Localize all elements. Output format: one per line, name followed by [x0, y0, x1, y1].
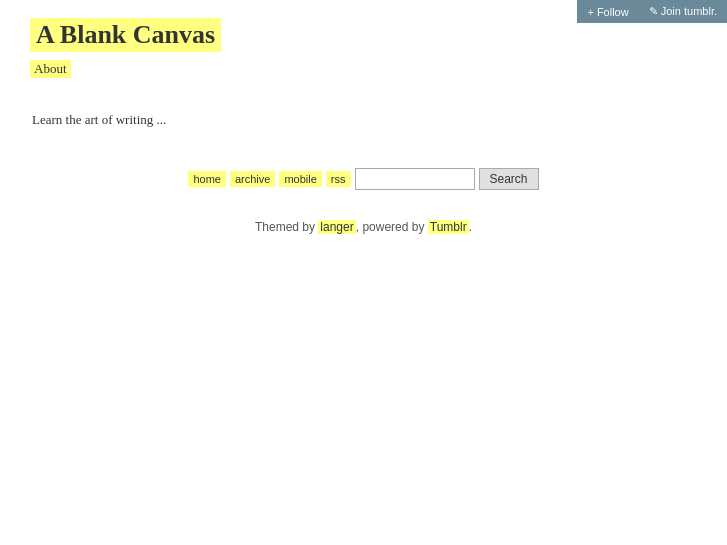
nav-archive[interactable]: archive	[230, 171, 275, 187]
about-link[interactable]: About	[30, 60, 71, 78]
search-input[interactable]	[355, 168, 475, 190]
site-title: A Blank Canvas	[30, 18, 697, 60]
footer-suffix: .	[469, 220, 472, 234]
nav-rss[interactable]: rss	[326, 171, 351, 187]
main-content: A Blank Canvas About Learn the art of wr…	[0, 0, 727, 254]
footer-theme-author[interactable]: langer	[318, 220, 355, 234]
top-bar: + Follow ✎ Join tumblr.	[577, 0, 727, 23]
nav-mobile[interactable]: mobile	[279, 171, 321, 187]
site-title-text: A Blank Canvas	[30, 18, 221, 52]
tagline: Learn the art of writing ...	[30, 112, 697, 128]
footer-platform[interactable]: Tumblr	[428, 220, 469, 234]
follow-button[interactable]: + Follow	[577, 0, 638, 23]
search-button[interactable]: Search	[479, 168, 539, 190]
footer: Themed by langer, powered by Tumblr.	[30, 220, 697, 234]
nav-home[interactable]: home	[188, 171, 226, 187]
footer-prefix: Themed by	[255, 220, 318, 234]
nav-area: home archive mobile rss Search	[30, 168, 697, 190]
about-section: About	[30, 60, 697, 96]
join-button[interactable]: ✎ Join tumblr.	[639, 0, 727, 23]
footer-middle: , powered by	[356, 220, 428, 234]
